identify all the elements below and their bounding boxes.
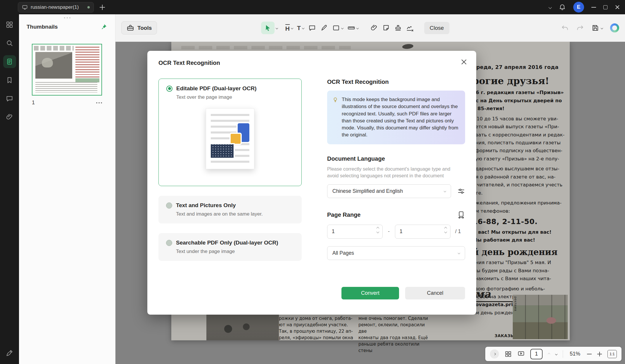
stepper-icons[interactable]: [445, 227, 447, 233]
page-range-icon[interactable]: [457, 211, 465, 219]
window-close-icon[interactable]: [615, 5, 620, 10]
shape-tool[interactable]: [330, 22, 345, 34]
marker-pen-icon: [320, 24, 328, 32]
zoom-in-icon[interactable]: [597, 352, 602, 356]
comment-tool[interactable]: [306, 22, 318, 34]
range-separator: -: [388, 228, 390, 235]
tools-button[interactable]: Tools: [121, 21, 157, 34]
heading-tool[interactable]: H: [283, 22, 295, 33]
window-maximize-icon[interactable]: [603, 5, 607, 9]
mode-info-box: This mode keeps the background image and…: [327, 91, 465, 144]
chevron-down-icon: [444, 190, 446, 192]
dialog-close-icon[interactable]: [460, 58, 467, 65]
cancel-button[interactable]: Cancel: [405, 287, 465, 299]
range-from-input[interactable]: [327, 225, 383, 239]
close-tools-button[interactable]: Close: [424, 22, 450, 34]
document-viewport: Среда, 27 апреля 2016 годарогие друзья!1…: [115, 42, 625, 364]
search-icon[interactable]: [6, 39, 13, 47]
document-tab[interactable]: russian-newspaper(1): [18, 2, 94, 13]
titlebar: russian-newspaper(1) E: [0, 0, 625, 14]
convert-button[interactable]: Convert: [341, 287, 399, 299]
page-mode-value: All Pages: [332, 250, 354, 256]
measure-tool[interactable]: [345, 22, 360, 34]
tab-title: russian-newspaper(1): [31, 4, 84, 10]
ocr-dialog: OCR Text Recognition Editable PDF (Dual-…: [147, 51, 476, 315]
window-minimize-icon[interactable]: [591, 7, 596, 8]
pen-tool[interactable]: [318, 22, 330, 34]
radio-selected-icon[interactable]: [166, 86, 172, 92]
page-thumbnails-icon: [6, 58, 13, 66]
panel-drag-handle-icon[interactable]: [64, 17, 70, 18]
illustration-accent-block: [231, 134, 241, 144]
ocr-info-heading: OCR Text Recognition: [327, 79, 465, 85]
signature-icon: [406, 24, 414, 32]
expand-panel-button[interactable]: [490, 349, 499, 358]
zoom-level: 51%: [569, 351, 581, 357]
option-text-pictures-only[interactable]: Text and Pictures Only Text and images a…: [158, 196, 302, 223]
apps-grid-icon[interactable]: [6, 21, 13, 29]
ruler-icon: [347, 24, 355, 32]
actual-size-button[interactable]: 1:1: [607, 350, 617, 358]
ai-assistant-icon[interactable]: [610, 23, 619, 32]
select-tool[interactable]: [259, 20, 280, 36]
page-mode-select[interactable]: All Pages: [327, 246, 465, 260]
pen-nib-icon[interactable]: [6, 349, 13, 357]
option-description: Text and images are on the same layer.: [176, 211, 294, 217]
comment-bubble-icon[interactable]: [6, 95, 13, 103]
next-page-icon[interactable]: [555, 353, 557, 355]
grid-view-icon[interactable]: [505, 350, 512, 358]
illustration-photo-block: [211, 144, 234, 158]
editable-pdf-illustration: [206, 108, 254, 169]
language-select[interactable]: Chinese Simplified and English: [327, 184, 451, 198]
left-icon-rail: [0, 14, 19, 364]
heading-tool-icon: H: [285, 24, 290, 32]
pin-icon[interactable]: [100, 23, 108, 31]
titlebar-chevron-down-icon[interactable]: [548, 6, 552, 9]
radio-unselected-icon[interactable]: [166, 240, 172, 246]
user-avatar[interactable]: E: [573, 2, 584, 13]
notifications-bell-icon[interactable]: [559, 4, 566, 11]
stepper-icons[interactable]: [377, 227, 379, 233]
redo-icon[interactable]: [576, 24, 584, 32]
rectangle-icon: [332, 24, 340, 32]
zoom-out-icon[interactable]: [587, 354, 592, 354]
undo-icon[interactable]: [561, 24, 569, 32]
option-searchable-pdf[interactable]: Searchable PDF Only (Dual-layer OCR) Tex…: [158, 233, 302, 261]
stamp-tool[interactable]: [392, 22, 404, 34]
range-from-field[interactable]: [327, 228, 365, 235]
text-tool[interactable]: T: [295, 23, 306, 33]
option-label: Editable PDF (Dual-layer OCR): [176, 85, 257, 92]
language-settings-icon[interactable]: [457, 187, 465, 195]
language-hint: Please correctly select the document's l…: [327, 166, 459, 179]
range-to-field[interactable]: [395, 228, 433, 235]
sticker-tool[interactable]: [380, 22, 392, 34]
stamp-icon: [394, 24, 402, 32]
thumbnail-more-icon[interactable]: [96, 102, 102, 103]
option-description: Text under the page image: [176, 249, 294, 254]
lightbulb-icon: [332, 97, 339, 103]
presentation-mode-icon[interactable]: [517, 350, 525, 358]
option-label: Searchable PDF Only (Dual-layer OCR): [176, 240, 278, 246]
thumbnails-panel-toggle[interactable]: [3, 55, 16, 68]
page-range-heading: Page Range: [327, 212, 360, 218]
toolbox-icon: [127, 24, 134, 32]
thumbnails-panel: Thumbnails 1: [19, 14, 115, 364]
radio-unselected-icon[interactable]: [166, 202, 172, 209]
main-toolbar: Tools H T: [115, 14, 625, 42]
paperclip-icon: [370, 24, 378, 32]
save-button[interactable]: [591, 24, 603, 32]
page-thumbnail[interactable]: [32, 44, 102, 96]
previous-page-icon[interactable]: [548, 353, 550, 355]
thumbnail-preview: [34, 46, 100, 93]
option-editable-pdf[interactable]: Editable PDF (Dual-layer OCR) Text over …: [158, 79, 302, 186]
bookmark-icon[interactable]: [6, 76, 13, 84]
tools-button-label: Tools: [137, 25, 152, 31]
new-tab-icon[interactable]: [100, 5, 105, 10]
signature-tool[interactable]: [404, 22, 416, 34]
document-language-heading: Document Language: [327, 155, 465, 162]
paperclip-icon[interactable]: [6, 113, 13, 121]
page-number-input[interactable]: [530, 349, 543, 359]
statusbar-divider: [563, 350, 563, 358]
range-to-input[interactable]: [395, 225, 450, 239]
attachment-tool[interactable]: [368, 22, 380, 34]
